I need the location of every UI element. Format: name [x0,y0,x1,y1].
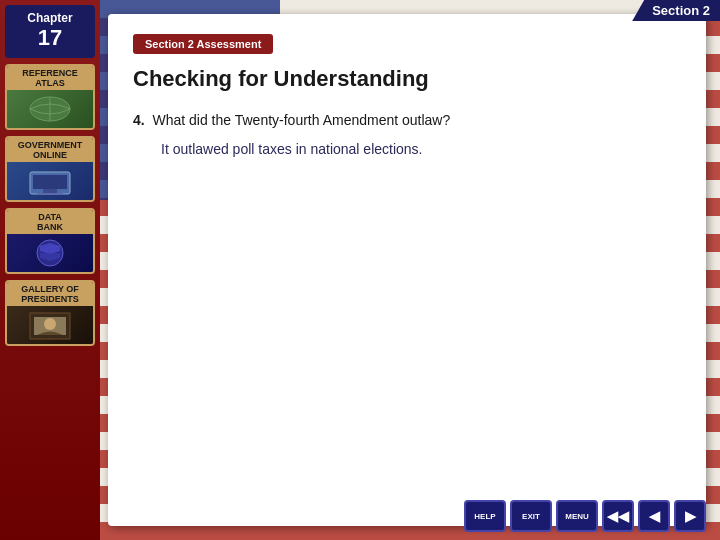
svg-rect-5 [37,193,63,195]
sidebar-item-gallery[interactable]: Gallery ofPresidents [5,280,95,346]
data-bank-icon [7,234,93,272]
chapter-number: 17 [13,25,87,51]
svg-rect-3 [33,175,67,189]
page-title: Checking for Understanding [133,66,681,92]
government-online-icon [7,162,93,200]
reference-atlas-icon [7,90,93,128]
answer-text: It outlawed poll taxes in national elect… [161,139,681,160]
menu-button[interactable]: MENU [556,500,598,532]
sidebar: Chapter 17 ReferenceAtlas GOVERNMENTOnli… [0,0,100,540]
help-button[interactable]: HELP [464,500,506,532]
next-button[interactable]: ▶ [674,500,706,532]
government-online-label: GOVERNMENTOnline [7,138,93,162]
data-bank-label: DATABANK [7,210,93,234]
gallery-icon [7,306,93,344]
question-block: 4. What did the Twenty-fourth Amendment … [133,110,681,160]
reference-atlas-label: ReferenceAtlas [7,66,93,90]
bottom-toolbar: HELP EXIT MENU ◀◀ ◀ ▶ [464,500,706,532]
chapter-word: Chapter [27,11,72,25]
exit-button[interactable]: EXIT [510,500,552,532]
svg-rect-4 [43,189,57,193]
main-content-panel: Section 2 Assessment Checking for Unders… [108,14,706,526]
svg-point-9 [44,318,56,330]
sidebar-item-reference-atlas[interactable]: ReferenceAtlas [5,64,95,130]
sidebar-item-data-bank[interactable]: DATABANK [5,208,95,274]
question-body: What did the Twenty-fourth Amendment out… [152,112,450,128]
prev-prev-button[interactable]: ◀◀ [602,500,634,532]
question-number: 4. [133,112,145,128]
sidebar-item-government-online[interactable]: GOVERNMENTOnline [5,136,95,202]
section-label: Section 2 [632,0,720,21]
question-text: 4. What did the Twenty-fourth Amendment … [133,110,681,131]
chapter-badge: Chapter 17 [5,5,95,58]
section-assessment-badge: Section 2 Assessment [133,34,273,54]
gallery-label: Gallery ofPresidents [7,282,93,306]
prev-button[interactable]: ◀ [638,500,670,532]
